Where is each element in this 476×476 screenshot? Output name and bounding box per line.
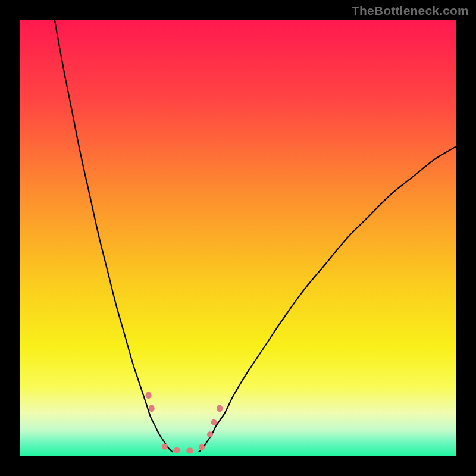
- data-marker: [146, 392, 152, 399]
- right-curve: [199, 146, 456, 452]
- frame: TheBottleneck.com: [0, 0, 476, 476]
- marker-group: [146, 392, 223, 453]
- data-marker: [199, 444, 205, 450]
- chart-svg: [20, 20, 456, 456]
- data-marker: [207, 431, 213, 437]
- data-marker: [173, 447, 180, 453]
- data-marker: [149, 405, 155, 412]
- data-marker: [217, 405, 223, 412]
- watermark: TheBottleneck.com: [352, 4, 469, 18]
- data-marker: [162, 444, 168, 450]
- data-marker: [211, 419, 217, 425]
- data-marker: [186, 447, 193, 453]
- left-curve: [55, 20, 173, 452]
